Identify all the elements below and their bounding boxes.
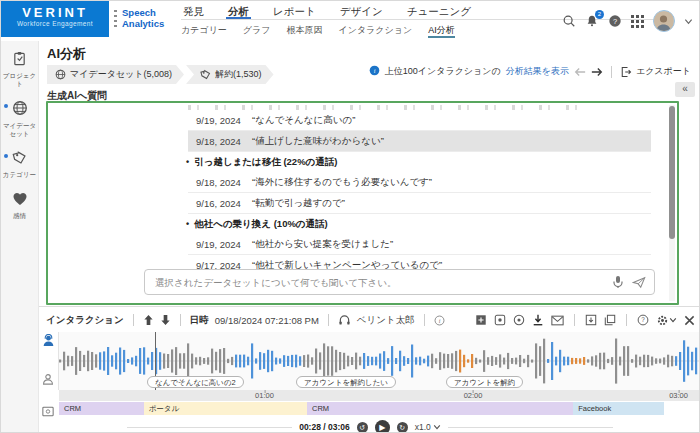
subtab-categories[interactable]: カテゴリー xyxy=(181,24,227,38)
chip-my-dataset[interactable]: マイデータセット(5,008) xyxy=(47,65,184,84)
player-title: インタラクション xyxy=(46,314,124,327)
tab-reports[interactable]: レポート xyxy=(271,3,318,19)
interaction-info-icon[interactable]: i xyxy=(434,315,445,326)
quote-date: 9/19, 2024 xyxy=(188,239,252,250)
tab-discover[interactable]: 発見 xyxy=(181,3,206,19)
show-analysis-link[interactable]: 分析結果を表示 xyxy=(506,65,569,78)
quote-row[interactable]: 9/19, 2024 “なんでそんなに高いの” xyxy=(188,110,651,131)
help-icon[interactable]: ? xyxy=(608,14,622,28)
fullscreen-icon[interactable] xyxy=(475,314,487,326)
product-name: Speech Analytics xyxy=(122,7,164,29)
download-icon[interactable] xyxy=(532,314,544,326)
sidebar-item-categories[interactable]: カテゴリー xyxy=(1,150,39,179)
divider xyxy=(448,427,613,428)
collapse-panel-button[interactable]: « xyxy=(675,82,695,97)
total-time: 03:06 xyxy=(328,422,350,432)
sub-nav: カテゴリー グラフ 根本原因 インタラクション AI分析 xyxy=(181,24,455,38)
waveform-zone: なんでそんなに高いの2アカウントを解約したいアカウントを解約 xyxy=(39,332,700,390)
next-arrow-icon[interactable] xyxy=(591,67,603,77)
divider xyxy=(328,314,329,326)
sidebar-item-sentiment[interactable]: 感情 xyxy=(1,192,39,220)
prev-interaction-icon[interactable] xyxy=(143,314,154,326)
quote-date: 9/18, 2024 xyxy=(188,177,252,188)
chevron-down-icon[interactable] xyxy=(684,17,693,26)
datetime-value: 09/18/2024 07:21:08 PM xyxy=(215,315,319,326)
dataset-breadcrumb: マイデータセット(5,008) 解約(1,530) xyxy=(47,65,274,84)
sidebar-item-projects[interactable]: プロジェクト xyxy=(1,51,39,87)
user-avatar[interactable] xyxy=(653,10,675,32)
agent-name: ベリント太郎 xyxy=(357,314,415,327)
quote-text: “転勤で引っ越すので” xyxy=(252,197,345,210)
scrollbar-thumb[interactable] xyxy=(669,106,675,239)
subtab-root-cause[interactable]: 根本原因 xyxy=(286,24,322,38)
main-content: AI分析 マイデータセット(5,008) 解約(1,530) i 上位100イン… xyxy=(39,41,700,306)
play-button[interactable]: ▶ xyxy=(375,420,390,433)
quote-row[interactable]: 9/18, 2024 “海外に移住するのでもう必要ないんです” xyxy=(188,172,651,193)
search-icon[interactable] xyxy=(562,14,576,28)
export-button[interactable]: エクスポート xyxy=(620,65,691,78)
waveform-area[interactable]: なんでそんなに高いの2アカウントを解約したいアカウントを解約 xyxy=(59,332,699,390)
close-icon[interactable] xyxy=(684,315,695,326)
sidebar-label: カテゴリー xyxy=(1,171,39,179)
sidebar-item-my-dataset[interactable]: マイデータセット xyxy=(1,100,39,137)
skip-back-button[interactable]: ↺ xyxy=(357,422,368,433)
waveform-annotation[interactable]: なんでそんなに高いの2 xyxy=(147,376,244,388)
chip-churn[interactable]: 解約(1,530) xyxy=(186,65,274,84)
timeline-segment[interactable]: CRM xyxy=(59,402,144,415)
chat-results: 9/19, 2024 “なんでそんなに高いの” 9/18, 2024 “値上げし… xyxy=(188,105,651,276)
export-window-icon[interactable] xyxy=(585,314,597,326)
time-ruler[interactable]: 01:0002:0003:00 xyxy=(59,390,700,401)
quote-row[interactable]: 9/19, 2024 “他社から安い提案を受けました” xyxy=(188,234,651,255)
email-icon[interactable] xyxy=(551,315,564,326)
skip-forward-button[interactable]: ↻ xyxy=(397,422,408,433)
settings-gear-icon[interactable] xyxy=(656,314,677,327)
timeline-segment[interactable]: CRM xyxy=(307,402,573,415)
app-grid-icon[interactable] xyxy=(631,15,644,28)
prev-arrow-icon[interactable] xyxy=(574,67,586,77)
divider xyxy=(127,427,292,428)
datetime-label: 日時 xyxy=(190,314,209,327)
playback-speed-button[interactable]: x1.0 xyxy=(415,422,441,432)
player-header: インタラクション 日時 09/18/2024 07:21:08 PM ベリント太… xyxy=(46,311,695,329)
quote-text: “他社から安い提案を受けました” xyxy=(252,238,393,251)
timeline-segment[interactable]: ポータル xyxy=(144,402,307,415)
reason-header: 引っ越しまたは移住 (22%の通話) xyxy=(188,152,651,172)
chat-scrollbar[interactable] xyxy=(669,105,675,301)
current-time: 00:28 xyxy=(299,422,321,432)
waveform-annotation[interactable]: アカウントを解約 xyxy=(446,376,523,388)
interaction-player: インタラクション 日時 09/18/2024 07:21:08 PM ベリント太… xyxy=(39,306,700,433)
quote-row-selected[interactable]: 9/18, 2024 “値上げした意味がわからない” xyxy=(188,131,651,152)
notifications-bell-icon[interactable]: 2 xyxy=(585,14,599,28)
divider xyxy=(574,314,575,326)
info-icon: i xyxy=(369,65,380,78)
subtab-ai-analysis[interactable]: AI分析 xyxy=(428,24,455,38)
subtab-graph[interactable]: グラフ xyxy=(243,24,271,38)
player-toolbar: ? xyxy=(475,314,695,327)
mic-icon[interactable] xyxy=(612,275,624,289)
copy-icon[interactable] xyxy=(604,314,616,326)
agent-speaker-icon[interactable] xyxy=(42,333,55,351)
app-window: VERINT Workforce Engagement Speech Analy… xyxy=(0,0,700,433)
timeline-segment[interactable]: Facebook xyxy=(573,402,664,415)
screen-capture-icon[interactable] xyxy=(494,314,506,326)
notification-badge: 2 xyxy=(595,10,604,19)
tab-tuning[interactable]: チューニング xyxy=(405,3,473,19)
send-icon[interactable] xyxy=(632,275,646,289)
player-help-icon[interactable]: ? xyxy=(637,314,649,326)
speaker-lane-labels xyxy=(39,332,59,390)
verint-logo[interactable]: VERINT Workforce Engagement xyxy=(1,1,109,37)
clipped-scrolled-row xyxy=(188,105,582,110)
customer-speaker-icon[interactable] xyxy=(42,371,54,389)
svg-text:?: ? xyxy=(641,316,645,323)
subtab-interactions[interactable]: インタラクション xyxy=(338,24,412,38)
chat-input[interactable] xyxy=(145,270,654,294)
waveform-annotation[interactable]: アカウントを解約したい xyxy=(296,376,396,388)
target-icon[interactable] xyxy=(513,314,525,326)
reason-header: 他社への乗り換え (10%の通話) xyxy=(188,214,651,234)
tab-design[interactable]: デザイン xyxy=(338,3,385,19)
divider xyxy=(424,314,425,326)
active-dot xyxy=(4,104,8,108)
tab-analyze[interactable]: 分析 xyxy=(226,3,251,19)
next-interaction-icon[interactable] xyxy=(160,314,171,326)
quote-row[interactable]: 9/16, 2024 “転勤で引っ越すので” xyxy=(188,193,651,214)
